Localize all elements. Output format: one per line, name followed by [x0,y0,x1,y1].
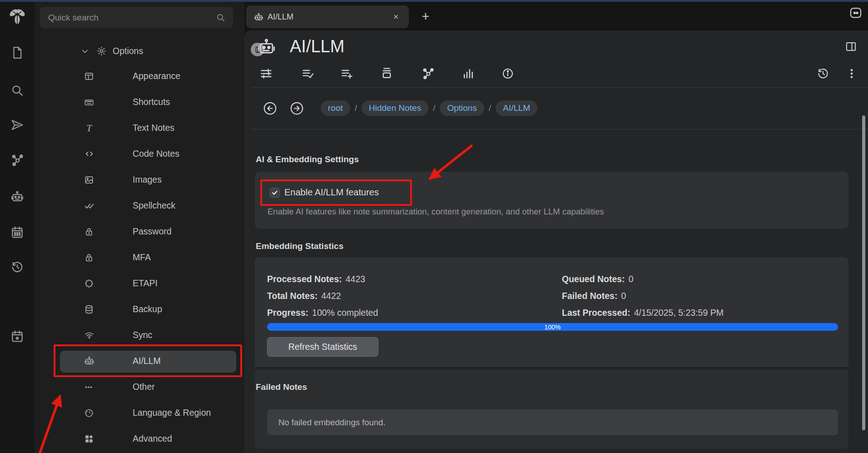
note-revisions-icon[interactable] [817,67,829,80]
breadcrumb-item-root[interactable]: root [321,100,350,116]
stat-failed-notes: Failed Notes:0 [562,288,724,304]
search-icon[interactable] [0,84,35,97]
breadcrumb-item-hidden-notes[interactable]: Hidden Notes [362,100,428,116]
stats-right-column: Queued Notes:0 Failed Notes:0 Last Proce… [562,271,724,321]
chat-bubble-icon[interactable] [849,6,863,20]
tree-item-etapi[interactable]: ETAPI [35,270,244,296]
spellcheck-icon [84,200,94,211]
breadcrumb-item-ai-llm[interactable]: AI/LLM [496,100,537,116]
tree-item-label[interactable]: Language & Region [133,408,211,418]
tree-item-text-notes[interactable]: T Text Notes [35,115,244,141]
tree-item-other[interactable]: Other [35,374,244,400]
jump-to-icon[interactable] [0,118,35,132]
robot-icon [254,12,263,22]
tree-item-shortcuts[interactable]: Shortcuts [35,89,244,115]
quick-search[interactable] [40,7,233,28]
text-icon: T [84,123,94,134]
stat-label: Last Processed: [562,308,630,318]
note-map-icon[interactable] [0,153,35,167]
tree-item-label[interactable]: Appearance [133,71,180,81]
divider [251,87,868,88]
stat-value: 0 [629,274,634,284]
tree-item-label[interactable]: Backup [133,304,162,314]
stats-left-column: Processed Notes:4423 Total Notes:4422 Pr… [267,271,378,321]
stat-label: Failed Notes: [562,291,617,301]
new-tab-button[interactable]: + [419,8,432,25]
tree-item-label[interactable]: Text Notes [133,123,174,133]
tree-item-advanced[interactable]: Advanced [35,426,244,452]
tree-item-backup[interactable]: Backup [35,296,244,322]
breadcrumb-separator: / [433,103,435,113]
failed-notes-empty-box: No failed embeddings found. [267,409,838,435]
history-forward-icon[interactable] [289,101,304,116]
stat-total-notes: Total Notes:4422 [267,288,378,304]
tree-item-label[interactable]: Options [113,46,143,56]
wifi-icon [84,330,94,341]
tree-item-options[interactable]: Options [35,38,244,64]
tab-ai-llm[interactable]: AI/LLM × [246,5,409,28]
stat-value: 4423 [346,274,365,284]
tree-item-code-notes[interactable]: Code Notes [35,141,244,167]
new-note-icon[interactable] [0,46,35,60]
ribbon-basic-properties-icon[interactable] [302,67,314,80]
ribbon-note-info-icon[interactable] [501,67,514,80]
chevron-down-icon[interactable] [80,46,90,56]
tree-item-label[interactable]: Sync [133,330,152,340]
stat-label: Total Notes: [267,291,317,301]
divider [251,129,868,129]
breadcrumb-item-options[interactable]: Options [440,100,484,116]
enable-ai-description: Enable AI features like note summarizati… [268,207,604,217]
bookmarks-icon[interactable] [0,329,35,343]
history-back-icon[interactable] [263,101,278,116]
stat-label: Progress: [267,308,308,318]
lock-icon [84,226,94,237]
annotation-box-enable-checkbox [260,179,412,206]
failed-notes-empty-message: No failed embeddings found. [278,418,386,428]
scrollbar-thumb[interactable] [862,115,865,430]
tree-item-label[interactable]: ETAPI [133,278,158,289]
split-view-icon[interactable] [845,40,857,53]
tree-item-label[interactable]: Spellcheck [133,200,175,211]
tree-item-label[interactable]: Other [133,382,155,392]
tree-item-mfa[interactable]: MFA [35,244,244,270]
calendar-icon[interactable] [0,225,35,239]
stat-value: 4/15/2025, 5:23:59 PM [634,308,724,318]
tab-close-icon[interactable]: × [393,12,398,22]
recent-changes-icon[interactable] [0,260,35,274]
stat-progress: Progress:100% completed [267,304,378,321]
breadcrumb-separator: / [489,103,491,113]
ribbon-similar-notes-icon[interactable] [462,67,475,80]
ellipsis-icon [84,382,94,393]
note-title[interactable]: AI/LLM [290,37,344,56]
ribbon-owned-attributes-icon[interactable] [341,67,353,80]
tree-item-label[interactable]: Code Notes [133,149,179,159]
tree-item-label[interactable]: Shortcuts [133,97,170,107]
embedding-progress-bar: 100% [267,323,838,331]
tree-item-language-region[interactable]: Language & Region [35,400,244,426]
ribbon-note-map-icon[interactable] [422,67,435,80]
quick-search-input[interactable] [40,13,216,23]
trilium-logo [0,5,35,26]
section-heading-stats: Embedding Statistics [256,241,343,251]
tree-item-password[interactable]: Password [35,219,244,244]
refresh-statistics-button[interactable]: Refresh Statistics [267,337,378,357]
search-icon[interactable] [216,13,226,23]
ai-chat-icon[interactable] [0,190,35,204]
ribbon-settings-icon[interactable] [260,67,273,80]
stat-queued-notes: Queued Notes:0 [562,271,724,288]
breadcrumb-separator: / [355,103,357,113]
kebab-menu-icon[interactable] [845,67,858,80]
tree-item-label[interactable]: Images [133,174,162,185]
breadcrumb: root / Hidden Notes / Options / AI/LLM [263,100,537,116]
tree-item-spellcheck[interactable]: Spellcheck [35,193,244,219]
lock-icon [84,252,94,263]
stat-value: 4422 [321,291,341,301]
tree-item-label[interactable]: Password [133,226,172,237]
tree-item-images[interactable]: Images [35,167,244,193]
tree-item-label[interactable]: Advanced [133,433,172,444]
tree-item-label[interactable]: MFA [133,252,151,263]
tab-title[interactable]: AI/LLM [268,12,293,22]
tree-item-appearance[interactable]: Appearance [35,63,244,89]
section-heading-failed: Failed Notes [256,382,307,392]
ribbon-note-paths-icon[interactable] [380,66,393,80]
